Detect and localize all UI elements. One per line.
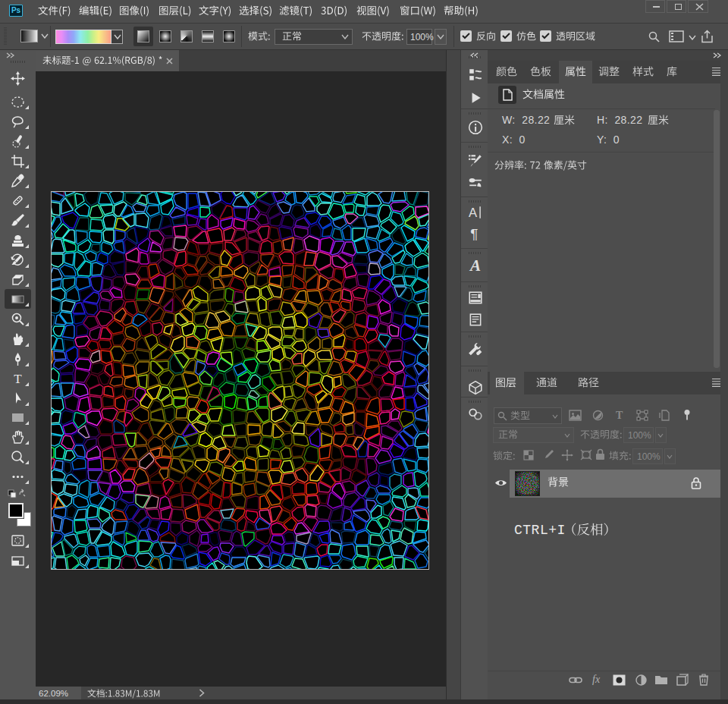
svg-text:A: A [469,258,481,273]
svg-text:¶: ¶ [470,226,478,241]
svg-text:A: A [469,206,478,220]
svg-text:T: T [14,372,22,386]
